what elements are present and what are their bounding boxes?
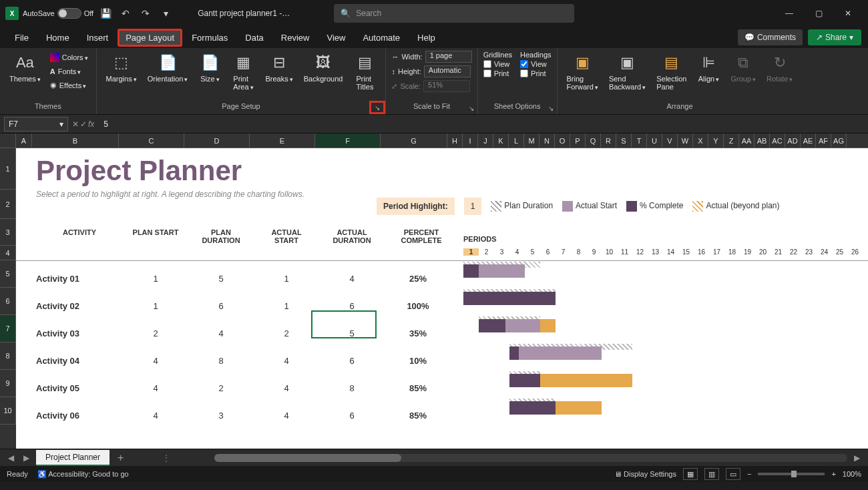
table-row[interactable]: Activity 021616100% bbox=[36, 292, 451, 320]
display-settings[interactable]: 🖥 Display Settings bbox=[614, 470, 676, 478]
sheet-nav-prev[interactable]: ◀ bbox=[5, 453, 17, 463]
normal-view-icon[interactable]: ▦ bbox=[683, 468, 698, 480]
col-header-AE[interactable]: AE bbox=[801, 134, 816, 148]
tab-review[interactable]: Review bbox=[273, 29, 318, 47]
col-header-G[interactable]: G bbox=[381, 134, 447, 148]
align-button[interactable]: ⊫Align bbox=[693, 51, 724, 84]
col-header-D[interactable]: D bbox=[184, 134, 250, 148]
row-header-5[interactable]: 5 bbox=[0, 260, 16, 288]
col-header-V[interactable]: V bbox=[662, 134, 678, 148]
size-button[interactable]: 📄Size bbox=[194, 51, 225, 84]
tab-data[interactable]: Data bbox=[237, 29, 271, 47]
fx-icon[interactable]: fx bbox=[88, 119, 94, 129]
col-header-Y[interactable]: Y bbox=[708, 134, 724, 148]
themes-button[interactable]: AaThemes bbox=[5, 51, 45, 84]
enter-icon[interactable]: ✓ bbox=[80, 119, 87, 129]
table-row[interactable]: Activity 01151425% bbox=[36, 265, 451, 292]
row-header-1[interactable]: 1 bbox=[0, 148, 16, 190]
tab-formulas[interactable]: Formulas bbox=[184, 29, 236, 47]
worksheet[interactable]: 12345678910 Project Planner Select a per… bbox=[0, 148, 868, 449]
rotate-button[interactable]: ↻Rotate bbox=[763, 51, 797, 84]
gridlines-print-checkbox[interactable]: Print bbox=[483, 69, 512, 77]
selection-pane-button[interactable]: ▤Selection Pane bbox=[652, 51, 690, 92]
search-input[interactable]: 🔍 Search bbox=[334, 4, 574, 23]
row-header-2[interactable]: 2 bbox=[0, 190, 16, 219]
col-header-M[interactable]: M bbox=[524, 134, 539, 148]
col-header-I[interactable]: I bbox=[463, 134, 478, 148]
orientation-button[interactable]: 📄Orientation bbox=[144, 51, 192, 84]
height-select[interactable]: Automatic bbox=[424, 65, 471, 77]
comments-button[interactable]: 💬 Comments bbox=[738, 29, 803, 45]
col-header-AA[interactable]: AA bbox=[739, 134, 754, 148]
toggle-icon[interactable] bbox=[57, 8, 81, 19]
table-row[interactable]: Activity 06434685% bbox=[36, 402, 451, 429]
row-header-3[interactable]: 3 bbox=[0, 219, 16, 246]
add-sheet-button[interactable]: + bbox=[114, 452, 128, 464]
table-row[interactable]: Activity 03242535% bbox=[36, 320, 451, 347]
row-header-6[interactable]: 6 bbox=[0, 288, 16, 315]
group-button[interactable]: ⧉Group bbox=[726, 51, 760, 84]
colors-button[interactable]: Colors bbox=[47, 51, 91, 64]
tab-insert[interactable]: Insert bbox=[79, 29, 117, 47]
col-header-AC[interactable]: AC bbox=[770, 134, 785, 148]
row-header-7[interactable]: 7 bbox=[0, 315, 16, 342]
print-titles-button[interactable]: ▤Print Titles bbox=[349, 51, 380, 92]
print-area-button[interactable]: ▦Print Area bbox=[228, 51, 258, 92]
col-header-F[interactable]: F bbox=[315, 134, 381, 148]
col-header-J[interactable]: J bbox=[478, 134, 493, 148]
page-setup-launcher[interactable]: ↘ bbox=[369, 101, 385, 114]
col-header-L[interactable]: L bbox=[509, 134, 524, 148]
col-header-Z[interactable]: Z bbox=[724, 134, 739, 148]
col-header-H[interactable]: H bbox=[447, 134, 463, 148]
undo-icon[interactable]: ↶ bbox=[118, 5, 134, 21]
scale-input[interactable]: 51% bbox=[423, 80, 470, 92]
row-header-8[interactable]: 8 bbox=[0, 342, 16, 370]
redo-icon[interactable]: ↷ bbox=[138, 5, 154, 21]
cancel-icon[interactable]: ✕ bbox=[72, 119, 79, 129]
zoom-in[interactable]: + bbox=[831, 470, 835, 478]
col-header-O[interactable]: O bbox=[555, 134, 570, 148]
table-row[interactable]: Activity 05424885% bbox=[36, 375, 451, 402]
sheet-tab-project-planner[interactable]: Project Planner bbox=[36, 450, 110, 466]
autosave-toggle[interactable]: AutoSave Off bbox=[23, 8, 93, 19]
row-header-10[interactable]: 10 bbox=[0, 397, 16, 425]
headings-view-checkbox[interactable]: View bbox=[520, 60, 551, 68]
col-header-S[interactable]: S bbox=[616, 134, 632, 148]
effects-button[interactable]: ◉Effects bbox=[47, 79, 91, 91]
col-header-T[interactable]: T bbox=[632, 134, 647, 148]
qat-more-icon[interactable]: ▾ bbox=[158, 5, 174, 21]
col-header-U[interactable]: U bbox=[647, 134, 662, 148]
col-header-AF[interactable]: AF bbox=[816, 134, 831, 148]
col-header-P[interactable]: P bbox=[570, 134, 586, 148]
col-header-N[interactable]: N bbox=[539, 134, 555, 148]
col-header-C[interactable]: C bbox=[119, 134, 184, 148]
col-header-E[interactable]: E bbox=[250, 134, 315, 148]
period-highlight-value[interactable]: 1 bbox=[464, 198, 482, 215]
col-header-K[interactable]: K bbox=[493, 134, 509, 148]
width-select[interactable]: 1 page bbox=[425, 51, 472, 63]
table-row[interactable]: Activity 04484610% bbox=[36, 347, 451, 375]
col-header-AB[interactable]: AB bbox=[754, 134, 770, 148]
scroll-right[interactable]: ▶ bbox=[851, 453, 863, 463]
scale-launcher[interactable]: ↘ bbox=[467, 103, 476, 113]
minimize-button[interactable]: — bbox=[775, 0, 804, 27]
sheet-options-launcher[interactable]: ↘ bbox=[546, 103, 556, 113]
col-header-W[interactable]: W bbox=[678, 134, 693, 148]
row-header-9[interactable]: 9 bbox=[0, 370, 16, 397]
name-box[interactable]: F7▾ bbox=[4, 117, 68, 132]
sheet-nav-next[interactable]: ▶ bbox=[21, 453, 32, 463]
fonts-button[interactable]: AFonts bbox=[47, 65, 91, 77]
gridlines-view-checkbox[interactable]: View bbox=[483, 60, 512, 68]
tab-automate[interactable]: Automate bbox=[355, 29, 408, 47]
col-header-AD[interactable]: AD bbox=[785, 134, 801, 148]
bring-forward-button[interactable]: ▣Bring Forward bbox=[563, 51, 602, 92]
accessibility-status[interactable]: ♿ Accessibility: Good to go bbox=[37, 470, 129, 479]
page-layout-view-icon[interactable]: ▥ bbox=[704, 468, 719, 480]
headings-print-checkbox[interactable]: Print bbox=[520, 69, 551, 77]
col-header-R[interactable]: R bbox=[601, 134, 616, 148]
formula-input[interactable]: 5 bbox=[98, 119, 868, 129]
tab-view[interactable]: View bbox=[318, 29, 353, 47]
send-backward-button[interactable]: ▣Send Backward bbox=[605, 51, 650, 92]
tab-page-layout[interactable]: Page Layout bbox=[118, 29, 182, 47]
tab-file[interactable]: File bbox=[7, 29, 37, 47]
